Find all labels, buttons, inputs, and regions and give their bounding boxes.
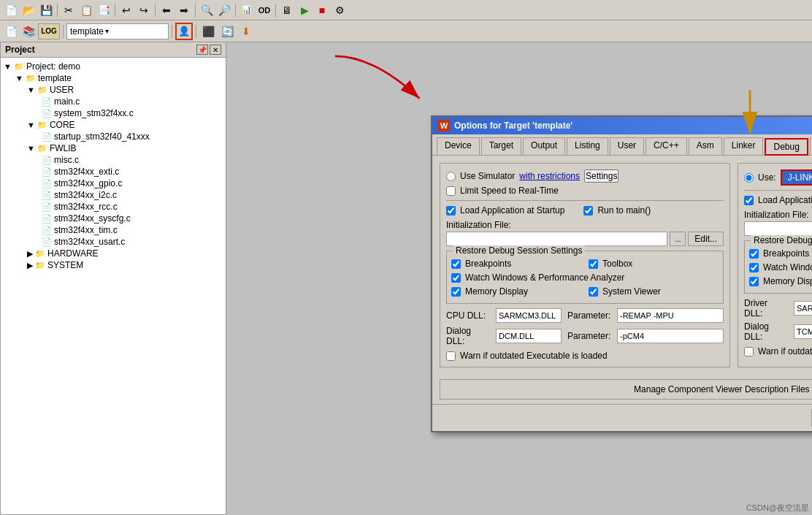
tab-device[interactable]: Device bbox=[437, 137, 480, 155]
settings-gear-btn[interactable]: ⚙ bbox=[332, 2, 348, 18]
tree-user-folder[interactable]: ▼ 📁 USER bbox=[4, 84, 223, 96]
init-edit-btn-left[interactable]: Edit... bbox=[688, 232, 724, 246]
tree-rcc[interactable]: 📄 stm32f4xx_rcc.c bbox=[4, 201, 223, 213]
init-file-input-right[interactable] bbox=[744, 221, 812, 236]
driver-dll-input[interactable] bbox=[794, 301, 812, 316]
zoom-btn[interactable]: 🔎 bbox=[216, 2, 232, 18]
new2-btn[interactable]: 📄 bbox=[3, 23, 19, 39]
tree-root[interactable]: ▼ 📁 Project: demo bbox=[4, 61, 223, 72]
tab-user[interactable]: User bbox=[610, 137, 644, 155]
memory-display-checkbox-left[interactable] bbox=[451, 287, 461, 297]
tab-linker[interactable]: Linker bbox=[724, 137, 764, 155]
tab-cpp[interactable]: C/C++ bbox=[646, 137, 687, 155]
paste-btn[interactable]: 📑 bbox=[96, 2, 112, 18]
rcc-icon: 📄 bbox=[42, 202, 52, 212]
build-btn[interactable]: 📊 bbox=[239, 2, 255, 18]
tree-syscfg[interactable]: 📄 stm32f4xx_syscfg.c bbox=[4, 213, 223, 224]
run-btn[interactable]: ▶ bbox=[296, 2, 313, 18]
undo-btn[interactable]: ↩ bbox=[118, 2, 134, 18]
build-all-btn[interactable]: ⬛ bbox=[199, 23, 217, 40]
use-radio[interactable] bbox=[744, 173, 754, 183]
tab-target[interactable]: Target bbox=[481, 137, 521, 155]
back-btn[interactable]: ⬅ bbox=[158, 2, 175, 18]
watch-windows-checkbox-right[interactable] bbox=[749, 263, 759, 272]
init-browse-btn-left[interactable]: ... bbox=[670, 232, 686, 246]
tree-template[interactable]: ▼ 📁 template bbox=[4, 72, 223, 84]
with-restrictions-link[interactable]: with restrictions bbox=[519, 171, 580, 181]
tree-gpio[interactable]: 📄 stm32f4xx_gpio.c bbox=[4, 178, 223, 189]
syscfg-icon: 📄 bbox=[42, 214, 52, 224]
tree-system-c[interactable]: 📄 system_stm32f4xx.c bbox=[4, 107, 223, 119]
tree-i2c[interactable]: 📄 stm32f4xx_i2c.c bbox=[4, 189, 223, 201]
core-folder-icon: 📁 bbox=[37, 121, 47, 130]
restore-grid-right: Breakpoints Toolbox Watch Windows bbox=[749, 248, 812, 289]
limit-speed-checkbox[interactable] bbox=[446, 186, 456, 196]
root-folder-icon: 📁 bbox=[14, 62, 24, 72]
options-target-btn[interactable]: 👤 bbox=[175, 23, 193, 40]
dialog-param-input-left[interactable] bbox=[617, 329, 724, 343]
manage-component-btn[interactable]: Manage Component Viewer Description File… bbox=[440, 379, 812, 400]
breakpoints-checkbox-left[interactable] bbox=[451, 259, 461, 269]
od-btn[interactable]: OD bbox=[256, 2, 272, 18]
panel-pin-btn[interactable]: 📌 bbox=[196, 45, 208, 55]
sep1 bbox=[57, 4, 58, 17]
dialog-dll-input-left[interactable] bbox=[496, 329, 562, 343]
load-app-checkbox-right[interactable] bbox=[744, 196, 754, 205]
tree-usart[interactable]: 📄 stm32f4xx_usart.c bbox=[4, 236, 223, 248]
download-btn[interactable]: ⬇ bbox=[237, 23, 255, 40]
save-btn[interactable]: 💾 bbox=[38, 2, 54, 18]
search-btn[interactable]: 🔍 bbox=[199, 2, 215, 18]
tree-hardware-folder[interactable]: ▶ 📁 HARDWARE bbox=[4, 248, 223, 259]
dialog-dll-input-right[interactable] bbox=[794, 324, 812, 339]
copy-btn[interactable]: 📋 bbox=[78, 2, 94, 18]
use-simulator-row: Use Simulator with restrictions Settings bbox=[446, 169, 724, 183]
breakpoints-checkbox-right[interactable] bbox=[749, 249, 759, 259]
tree-exti[interactable]: 📄 stm32f4xx_exti.c bbox=[4, 166, 223, 178]
init-file-input-left[interactable] bbox=[446, 232, 667, 246]
tree-gpio-label: stm32f4xx_gpio.c bbox=[54, 178, 122, 188]
panel-close-btn[interactable]: ✕ bbox=[210, 45, 221, 55]
jlink-dropdown[interactable]: J-LINK / J-TRACE Cortex bbox=[781, 169, 812, 186]
open-btn[interactable]: 📂 bbox=[20, 2, 37, 18]
tree-fwlib-folder[interactable]: ▼ 📁 FWLIB bbox=[4, 142, 223, 154]
cpu-param-input[interactable] bbox=[617, 308, 724, 323]
redo-btn[interactable]: ↪ bbox=[136, 2, 152, 18]
warn-checkbox-left[interactable] bbox=[446, 351, 456, 361]
watch-windows-checkbox-left[interactable] bbox=[451, 273, 461, 283]
simulator-settings-btn[interactable]: Settings bbox=[584, 169, 618, 183]
tree-misc[interactable]: 📄 misc.c bbox=[4, 154, 223, 166]
warn-checkbox-right[interactable] bbox=[744, 347, 754, 356]
cut-btn[interactable]: ✂ bbox=[61, 2, 77, 18]
rebuild-btn[interactable]: 🔄 bbox=[218, 23, 236, 40]
target-dropdown[interactable]: template ▾ bbox=[66, 23, 169, 39]
misc-icon: 📄 bbox=[42, 156, 52, 165]
memory-display-checkbox-right[interactable] bbox=[749, 277, 759, 286]
tree-hardware-label: HARDWARE bbox=[47, 248, 99, 259]
cpu-dll-input[interactable] bbox=[496, 308, 562, 323]
forward-btn[interactable]: ➡ bbox=[176, 2, 192, 18]
tab-output[interactable]: Output bbox=[523, 137, 565, 155]
tree-core-folder[interactable]: ▼ 📁 CORE bbox=[4, 119, 223, 131]
warn-row-left: Warn if outdated Executable is loaded bbox=[446, 351, 724, 361]
target-btn[interactable]: 🖥 bbox=[279, 2, 295, 18]
load-app-checkbox-left[interactable] bbox=[446, 206, 456, 215]
tree-tim[interactable]: 📄 stm32f4xx_tim.c bbox=[4, 224, 223, 236]
tree-main-c[interactable]: 📄 main.c bbox=[4, 96, 223, 107]
tree-misc-label: misc.c bbox=[54, 155, 79, 165]
tab-asm[interactable]: Asm bbox=[689, 137, 722, 155]
logo-btn[interactable]: LOG bbox=[38, 23, 60, 39]
warn-row-right: Warn if outdated Executable is loaded bbox=[744, 346, 812, 356]
use-simulator-radio[interactable] bbox=[446, 172, 456, 181]
tab-listing[interactable]: Listing bbox=[567, 137, 608, 155]
tree-system-folder[interactable]: ▶ 📁 SYSTEM bbox=[4, 259, 223, 271]
new-btn[interactable]: 📄 bbox=[3, 2, 19, 18]
stop-btn[interactable]: ■ bbox=[314, 2, 330, 18]
toolbox-checkbox-left[interactable] bbox=[589, 259, 598, 269]
tab-debug[interactable]: Debug bbox=[765, 138, 808, 156]
tree-startup[interactable]: 📄 startup_stm32f40_41xxx bbox=[4, 131, 223, 142]
system-viewer-checkbox-left[interactable] bbox=[589, 287, 598, 297]
run-to-main-checkbox-left[interactable] bbox=[583, 206, 593, 215]
tree-startup-label: startup_stm32f40_41xxx bbox=[54, 131, 150, 142]
multifile-btn[interactable]: 📚 bbox=[20, 23, 37, 39]
dialog-titlebar: W Options for Target 'template' × bbox=[432, 117, 812, 134]
